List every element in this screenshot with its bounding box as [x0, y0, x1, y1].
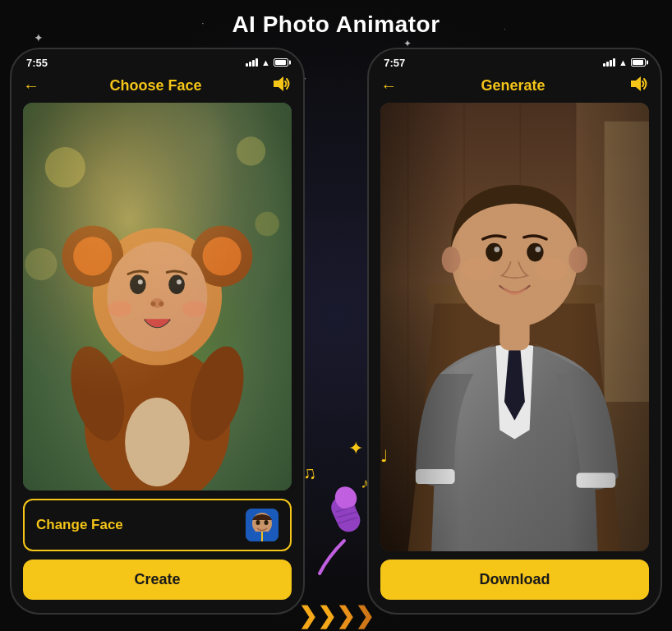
svg-point-16: [107, 242, 207, 352]
right-sound-button[interactable]: [629, 76, 649, 96]
create-button[interactable]: Create: [23, 560, 292, 600]
svg-point-50: [451, 187, 578, 327]
svg-line-37: [338, 518, 357, 523]
microphone-container: [303, 483, 369, 585]
sound-icon: [272, 76, 292, 92]
svg-point-51: [486, 243, 502, 262]
download-button[interactable]: Download: [380, 560, 649, 600]
svg-marker-38: [631, 76, 641, 91]
svg-rect-47: [416, 469, 455, 484]
svg-point-54: [536, 246, 541, 252]
left-status-icons: ▲: [246, 58, 288, 67]
svg-rect-33: [328, 492, 364, 536]
right-phone-content: [369, 103, 660, 551]
svg-point-24: [108, 301, 132, 317]
left-sound-button[interactable]: [272, 76, 292, 96]
right-bottom-section: Download: [369, 551, 660, 613]
svg-rect-46: [427, 285, 603, 304]
svg-rect-49: [499, 304, 529, 351]
arrow-3: ❯: [336, 602, 355, 629]
svg-point-58: [534, 258, 568, 280]
right-status-bar: 7:57 ▲: [369, 49, 660, 72]
suit-man-scene-svg: [380, 103, 649, 551]
change-face-button[interactable]: Change Face: [23, 499, 292, 551]
svg-rect-41: [605, 122, 649, 402]
arrow-1: ❯: [298, 602, 317, 629]
svg-point-53: [495, 246, 500, 252]
svg-point-17: [130, 274, 146, 294]
svg-point-22: [151, 302, 156, 306]
svg-rect-48: [577, 472, 616, 487]
svg-point-19: [138, 279, 143, 284]
svg-rect-40: [577, 103, 649, 551]
right-back-button[interactable]: ←: [380, 76, 397, 95]
svg-point-13: [73, 237, 112, 275]
monkey-child-scene-svg: [23, 103, 292, 491]
svg-point-56: [569, 246, 588, 273]
phones-container: 7:55 ▲ ← Choose Face: [0, 48, 672, 615]
svg-point-11: [93, 228, 222, 365]
left-back-button[interactable]: ←: [23, 76, 39, 95]
face-avatar: [246, 509, 278, 541]
left-phone: 7:55 ▲ ← Choose Face: [10, 48, 305, 615]
left-status-bar: 7:55 ▲: [12, 49, 303, 72]
svg-point-29: [255, 520, 260, 525]
left-image-area: [23, 103, 292, 491]
sparkle-icon: ✦: [348, 438, 363, 459]
left-battery-icon: [274, 58, 288, 67]
right-nav-title: Generate: [481, 77, 545, 94]
left-wifi-icon: ▲: [261, 58, 270, 67]
svg-point-14: [191, 225, 253, 287]
right-wifi-icon: ▲: [619, 58, 628, 67]
left-bottom-section: Change Face: [12, 491, 303, 613]
microphone-svg: [303, 483, 369, 582]
svg-line-36: [337, 512, 357, 518]
svg-marker-0: [274, 76, 283, 91]
suit-man-image: [380, 103, 649, 551]
svg-point-15: [202, 237, 241, 275]
svg-point-7: [85, 345, 230, 491]
right-time: 7:57: [384, 57, 405, 69]
svg-point-34: [331, 483, 360, 513]
face-avatar-svg: [246, 509, 278, 541]
svg-point-8: [125, 398, 190, 486]
svg-point-9: [62, 340, 134, 446]
svg-point-6: [25, 248, 57, 280]
arrows-container: ❯ ❯ ❯ ❯: [298, 602, 374, 629]
right-phone: 7:57 ▲ ← Generate: [367, 48, 662, 615]
page-title: AI Photo Animator: [0, 0, 672, 48]
svg-rect-39: [380, 103, 649, 551]
svg-point-5: [255, 212, 279, 237]
monkey-child-image: [23, 103, 292, 491]
left-nav-title: Choose Face: [109, 77, 201, 94]
svg-point-52: [527, 243, 543, 262]
right-image-area: [380, 103, 649, 551]
arrow-2: ❯: [317, 602, 336, 629]
svg-point-30: [264, 520, 268, 525]
right-battery-icon: [631, 58, 646, 67]
svg-point-3: [45, 147, 85, 187]
svg-point-4: [237, 136, 265, 165]
svg-line-35: [336, 506, 356, 512]
svg-point-25: [182, 301, 207, 317]
left-time: 7:55: [26, 57, 48, 69]
right-top-nav: ← Generate: [369, 72, 660, 103]
right-sound-icon: [629, 76, 649, 92]
svg-point-21: [151, 298, 164, 308]
svg-point-10: [181, 340, 253, 446]
change-face-label: Change Face: [36, 517, 123, 533]
left-phone-content: [12, 103, 303, 491]
right-status-icons: ▲: [603, 58, 646, 67]
arrow-4: ❯: [355, 602, 374, 629]
svg-rect-2: [23, 103, 292, 491]
svg-point-23: [159, 302, 163, 306]
svg-point-55: [442, 246, 461, 273]
svg-rect-1: [23, 103, 292, 491]
svg-point-18: [168, 274, 185, 294]
left-top-nav: ← Choose Face: [12, 72, 303, 103]
right-signal-icon: [603, 58, 615, 67]
svg-point-20: [177, 279, 182, 284]
svg-point-57: [462, 258, 495, 280]
svg-point-12: [62, 225, 123, 287]
left-signal-icon: [246, 58, 258, 67]
